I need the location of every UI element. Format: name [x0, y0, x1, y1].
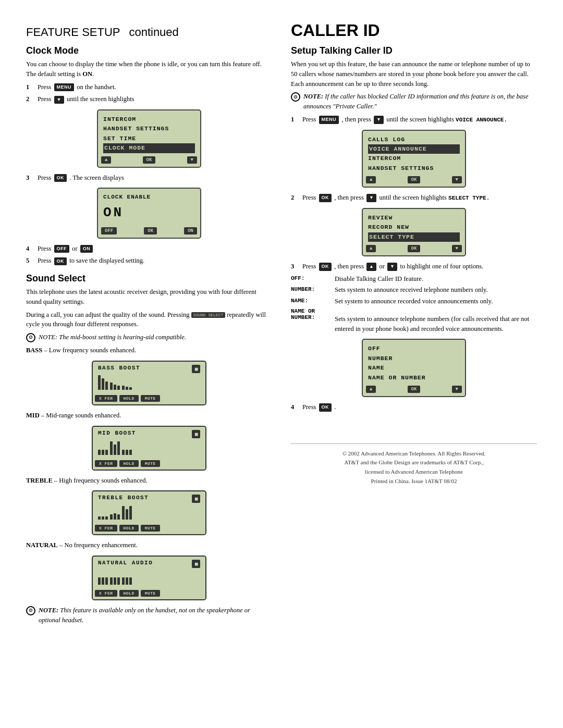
lcd-r3-down-btn[interactable]: ▼ — [452, 386, 462, 393]
xfer-btn-treble[interactable]: X FER — [95, 525, 117, 532]
lcd-r1-down-btn[interactable]: ▼ — [452, 176, 462, 183]
sound-select-body2: During a call, you can adjust the qualit… — [26, 310, 272, 330]
lcd-down-btn[interactable]: ▼ — [187, 156, 197, 164]
mid-equalizer — [98, 438, 200, 455]
setup-talking-title: Setup Talking Caller ID — [291, 45, 537, 56]
footer-line3: licensed to Advanced American Telephone — [291, 467, 537, 477]
feature-setup-title-text: FEATURE SETUP — [26, 26, 120, 39]
footer: © 2002 Advanced American Telephones. All… — [291, 443, 537, 486]
mute-btn-treble[interactable]: MUTE — [141, 525, 160, 532]
hold-btn-mid[interactable]: HOLD — [119, 460, 139, 467]
lcd-on-btn[interactable]: ON — [184, 227, 197, 235]
lcd-ok-btn-2[interactable]: OK — [144, 227, 157, 235]
lcd-r3-ok-btn[interactable]: OK — [408, 386, 421, 393]
natural-display-title: NATURAL AUDIO — [98, 560, 153, 566]
xfer-btn-natural[interactable]: X FER — [95, 590, 117, 597]
menu-key: MENU — [54, 83, 75, 92]
lcd-r1-handset: HANDSET SETTINGS — [368, 164, 460, 173]
bass-btn-row: X FER HOLD MUTE — [93, 393, 205, 404]
lcd-r1-up-btn[interactable]: ▲ — [366, 176, 376, 183]
treble-display-title: TREBLE BOOST — [98, 495, 149, 501]
setup-talking-body: When you set up this feature, the base c… — [291, 59, 537, 89]
ok-key-right: OK — [319, 194, 332, 202]
sound-select-section: Sound Select This telephone uses the lat… — [26, 273, 272, 625]
main-title-left: FEATURE SETUP continued — [26, 21, 179, 40]
lcd-r3-up-btn[interactable]: ▲ — [366, 386, 376, 393]
lcd-right-btn-row-2: ▲ OK ▼ — [363, 243, 465, 255]
lcd-text-1: INTERCOM HANDSET SETTINGS SET TIME CLOCK… — [98, 110, 200, 154]
lcd-right-3: OFF NUMBER NAME NAME OR NUMBER ▲ OK ▼ — [362, 339, 466, 397]
note-hearing-aid: ⊙ NOTE: The mid-boost setting is hearing… — [26, 332, 272, 342]
lcd-text-2: CLOCK ENABLE ON — [98, 189, 200, 225]
note-text-2: NOTE: This feature is available only on … — [39, 606, 272, 625]
sound-select-body1: This telephone uses the latest acoustic … — [26, 287, 272, 307]
ok-key-right-3: OK — [319, 263, 332, 271]
down-key-right: ▼ — [374, 116, 384, 124]
lcd-r3-nameornumber: NAME OR NUMBER — [368, 373, 460, 382]
ok-key: OK — [54, 174, 67, 182]
step-5: 5 Press OK to save the displayed setting… — [26, 256, 272, 266]
lcd-right-text-2: REVIEW RECORD NEW SELECT TYPE — [363, 209, 465, 243]
lcd-r2-recordnew: RECORD NEW — [368, 223, 460, 232]
natural-btn-row: X FER HOLD MUTE — [93, 588, 205, 599]
lcd-r1-ok-btn[interactable]: OK — [408, 176, 421, 183]
lcd-right-text-1: CALLS LOG VOICE ANNOUNCE INTERCOM HANDSE… — [363, 131, 465, 175]
step-1: 1 Press MENU on the handset. — [26, 82, 272, 92]
step-4: 4 Press OFF or ON — [26, 244, 272, 254]
ok-key-2: OK — [54, 257, 67, 266]
lcd-r2-up-btn[interactable]: ▲ — [366, 245, 376, 252]
footer-line1: © 2002 Advanced American Telephones. All… — [291, 449, 537, 459]
note-circle-icon-2: ⊙ — [26, 606, 35, 615]
mid-display-title: MID BOOST — [98, 430, 136, 436]
lcd-r1-voiceannounce-highlight: VOICE ANNOUNCE — [368, 144, 460, 154]
hold-btn-natural[interactable]: HOLD — [119, 590, 139, 597]
ok-key-right-4: OK — [319, 403, 332, 412]
off-key: OFF — [54, 245, 70, 253]
footer-line4: Printed in China. Issue 1AT&T 08/02 — [291, 477, 537, 486]
lcd-r3-name: NAME — [368, 363, 460, 373]
mid-btn-row: X FER HOLD MUTE — [93, 458, 205, 470]
hold-btn[interactable]: HOLD — [119, 395, 139, 402]
def-nameornumber: NAME OR NUMBER: Sets system to announce … — [291, 308, 537, 334]
down-key: ▼ — [54, 96, 64, 104]
treble-desc-label: TREBLE – High frequency sounds enhanced. — [26, 476, 272, 486]
note-handset-only: ⊙ NOTE: This feature is available only o… — [26, 606, 272, 625]
bass-equalizer — [98, 373, 200, 390]
mute-btn-natural[interactable]: MUTE — [141, 590, 160, 597]
clock-mode-section: Clock Mode You can choose to display the… — [26, 45, 272, 266]
lcd-r1-intercom: INTERCOM — [368, 154, 460, 163]
hold-btn-treble[interactable]: HOLD — [119, 525, 139, 532]
mute-btn[interactable]: MUTE — [141, 395, 160, 402]
left-column: FEATURE SETUP continued Clock Mode You c… — [26, 21, 272, 628]
lcd-btn-row-2: OFF OK ON — [98, 225, 200, 238]
feature-setup-header: FEATURE SETUP continued — [26, 21, 272, 40]
def-name: NAME: Set system to announce recorded vo… — [291, 297, 537, 306]
bass-display-title: BASS BOOST — [98, 365, 140, 371]
mute-btn-mid[interactable]: MUTE — [141, 460, 160, 467]
continued-label: continued — [129, 26, 178, 39]
lcd-r2-down-btn[interactable]: ▼ — [452, 245, 462, 252]
note-circle-icon-3: ⊙ — [291, 92, 300, 102]
note-circle-icon: ⊙ — [26, 333, 35, 342]
lcd-r2-ok-btn[interactable]: OK — [408, 245, 421, 252]
setup-talking-section: Setup Talking Caller ID When you set up … — [291, 45, 537, 412]
lcd2-line1: CLOCK ENABLE — [103, 193, 195, 202]
xfer-btn[interactable]: X FER — [95, 395, 117, 402]
caller-id-header: CALLER ID — [291, 21, 537, 40]
lcd-up-btn[interactable]: ▲ — [101, 156, 111, 164]
bass-desc-label: BASS – Low frequency sounds enhanced. — [26, 346, 272, 355]
on-key: ON — [80, 245, 93, 253]
lcd-r1-callslog: CALLS LOG — [368, 135, 460, 144]
treble-btn-row: X FER HOLD MUTE — [93, 523, 205, 534]
lcd-r3-number: NUMBER — [368, 354, 460, 363]
lcd-screen-2: CLOCK ENABLE ON OFF OK ON — [97, 188, 201, 238]
lcd-off-btn[interactable]: OFF — [101, 227, 117, 235]
lcd-right-text-3: OFF NUMBER NAME NAME OR NUMBER — [363, 340, 465, 384]
step-3: 3 Press OK . The screen displays — [26, 173, 272, 183]
xfer-btn-mid[interactable]: X FER — [95, 460, 117, 467]
footer-line2: AT&T and the Globe Design are trademarks… — [291, 458, 537, 467]
lcd2-line2: ON — [103, 202, 195, 224]
phone-icon: ◼ — [192, 365, 200, 373]
lcd-r3-off: OFF — [368, 344, 460, 353]
lcd-ok-btn[interactable]: OK — [143, 156, 156, 164]
